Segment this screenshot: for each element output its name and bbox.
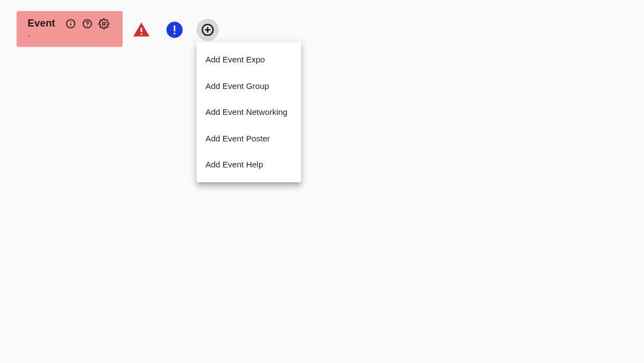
svg-rect-6: [141, 28, 142, 32]
error-icon[interactable]: [166, 21, 183, 39]
add-button-wrapper: Add Event Expo Add Event Group Add Event…: [197, 19, 219, 41]
menu-item-add-event-group[interactable]: Add Event Group: [197, 73, 301, 99]
event-chip-title: Event: [28, 18, 55, 29]
menu-item-add-event-help[interactable]: Add Event Help: [197, 151, 301, 178]
menu-item-add-event-networking[interactable]: Add Event Networking: [197, 99, 301, 125]
svg-point-4: [87, 25, 88, 26]
add-button[interactable]: [197, 19, 219, 41]
svg-rect-10: [174, 33, 176, 34]
gear-icon[interactable]: [98, 18, 109, 29]
event-chip-header: Event: [28, 18, 112, 29]
add-menu: Add Event Expo Add Event Group Add Event…: [197, 42, 301, 182]
add-circle-icon: [200, 23, 215, 37]
warning-icon[interactable]: [133, 21, 150, 39]
event-chip[interactable]: Event -: [17, 11, 123, 47]
menu-item-add-event-poster[interactable]: Add Event Poster: [197, 125, 301, 152]
menu-item-add-event-expo[interactable]: Add Event Expo: [197, 46, 301, 73]
info-icon[interactable]: [65, 18, 76, 29]
svg-rect-9: [174, 25, 176, 31]
event-chip-subtitle: -: [28, 31, 112, 39]
svg-point-2: [70, 21, 71, 22]
svg-point-5: [103, 22, 105, 25]
svg-rect-7: [141, 34, 142, 35]
toolbar: Event -: [0, 0, 644, 58]
help-icon[interactable]: [82, 18, 93, 29]
